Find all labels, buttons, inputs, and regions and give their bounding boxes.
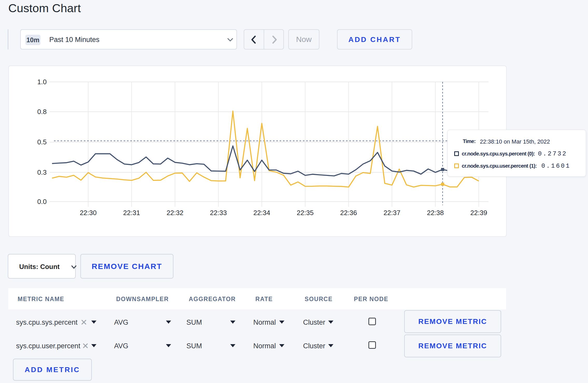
svg-text:0.5: 0.5 [37, 138, 47, 146]
svg-text:0.8: 0.8 [37, 108, 47, 116]
svg-text:22:32: 22:32 [166, 209, 183, 217]
svg-text:22:35: 22:35 [297, 209, 314, 217]
svg-text:22:30: 22:30 [80, 209, 97, 217]
svg-text:0.0: 0.0 [37, 198, 47, 205]
svg-text:22:39: 22:39 [470, 209, 487, 217]
svg-text:22:33: 22:33 [210, 209, 227, 217]
svg-text:22:37: 22:37 [383, 209, 400, 217]
svg-text:1.0: 1.0 [37, 78, 47, 86]
svg-text:22:34: 22:34 [253, 209, 270, 217]
svg-text:22:38: 22:38 [427, 209, 444, 217]
svg-text:22:36: 22:36 [340, 209, 357, 217]
svg-text:22:31: 22:31 [123, 209, 140, 217]
svg-text:0.3: 0.3 [37, 168, 47, 176]
